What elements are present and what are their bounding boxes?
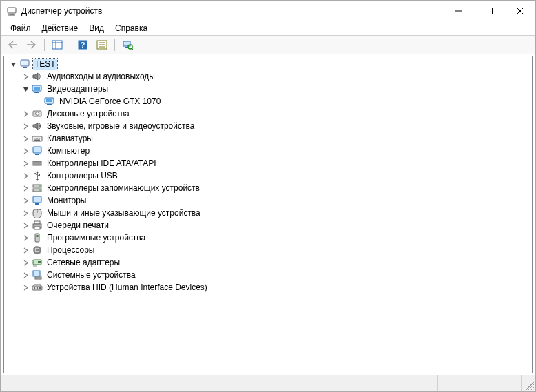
svg-text:?: ? xyxy=(81,41,85,49)
svg-rect-77 xyxy=(38,261,41,263)
tree-item-label: Контроллеры USB xyxy=(45,170,119,181)
tree-item-label: Мыши и иные указывающие устройства xyxy=(45,207,202,218)
tree-root-computer[interactable]: TEST xyxy=(4,58,532,70)
toolbar: ? xyxy=(1,35,535,54)
svg-rect-63 xyxy=(36,249,39,251)
resize-grip[interactable] xyxy=(522,375,535,391)
tree-item-label: TEST xyxy=(33,59,57,70)
tree-item-gpu[interactable]: NVIDIA GeForce GTX 1070 xyxy=(4,95,532,107)
network-adapter-icon xyxy=(32,257,43,268)
menu-action[interactable]: Действие xyxy=(37,22,84,34)
tree-item-storage-controllers[interactable]: Контроллеры запоминающих устройств xyxy=(4,182,532,194)
scan-hardware-button[interactable] xyxy=(118,37,136,53)
tree-item-computer[interactable]: Компьютер xyxy=(4,145,532,157)
tree-item-label: NVIDIA GeForce GTX 1070 xyxy=(58,96,162,107)
tree-item-label: Компьютер xyxy=(45,145,91,156)
tree-item-sound-video-game[interactable]: Звуковые, игровые и видеоустройства xyxy=(4,120,532,132)
minimize-button[interactable] xyxy=(442,1,473,21)
software-device-icon xyxy=(32,232,43,243)
tree-item-audio-inputs-outputs[interactable]: Аудиовходы и аудиовыходы xyxy=(4,70,532,83)
tree-item-disk-drives[interactable]: Дисковые устройства xyxy=(4,107,532,120)
computer-icon xyxy=(19,59,30,70)
nav-back-button[interactable] xyxy=(3,37,21,53)
svg-rect-9 xyxy=(52,41,62,49)
chevron-right-icon[interactable] xyxy=(21,282,30,292)
close-button[interactable] xyxy=(504,1,535,21)
svg-rect-59 xyxy=(34,227,40,229)
tree-item-ide-controllers[interactable]: Контроллеры IDE ATA/ATAPI xyxy=(4,157,532,169)
tree-item-label: Устройства HID (Human Interface Devices) xyxy=(45,282,209,293)
svg-rect-1 xyxy=(10,14,14,15)
chevron-right-icon[interactable] xyxy=(21,208,30,218)
chevron-right-icon[interactable] xyxy=(21,245,30,255)
help-button[interactable]: ? xyxy=(74,37,92,53)
chevron-right-icon[interactable] xyxy=(21,270,30,280)
device-tree[interactable]: TEST Аудиовходы и аудиовыходы Видеоадапт… xyxy=(3,56,533,373)
menu-help[interactable]: Справка xyxy=(110,22,153,34)
chevron-right-icon[interactable] xyxy=(21,258,30,267)
show-hide-console-tree-button[interactable] xyxy=(48,37,66,53)
svg-rect-84 xyxy=(34,287,35,289)
ide-controller-icon xyxy=(32,158,43,169)
printer-icon xyxy=(32,220,43,231)
svg-rect-34 xyxy=(36,138,37,139)
tree-item-system-devices[interactable]: Системные устройства xyxy=(4,269,532,281)
tree-item-monitors[interactable]: Мониторы xyxy=(4,194,532,207)
chevron-right-icon[interactable] xyxy=(21,72,30,81)
svg-rect-22 xyxy=(21,60,29,66)
tree-item-label: Дисковые устройства xyxy=(45,108,131,119)
tree-item-print-queues[interactable]: Очереди печати xyxy=(4,219,532,231)
tree-item-hid-devices[interactable]: Устройства HID (Human Interface Devices) xyxy=(4,281,532,293)
expander-none xyxy=(33,96,43,106)
svg-rect-25 xyxy=(34,87,40,90)
tree-item-processors[interactable]: Процессоры xyxy=(4,244,532,256)
device-manager-icon xyxy=(6,6,17,17)
svg-rect-37 xyxy=(34,140,40,141)
processor-icon xyxy=(32,245,43,256)
properties-button[interactable] xyxy=(93,37,111,53)
tree-item-label: Контроллеры запоминающих устройств xyxy=(45,183,201,194)
chevron-right-icon[interactable] xyxy=(21,196,30,205)
tree-item-label: Процессоры xyxy=(45,245,96,256)
svg-rect-57 xyxy=(34,221,40,224)
chevron-right-icon[interactable] xyxy=(21,233,30,243)
svg-rect-2 xyxy=(8,15,15,16)
svg-rect-29 xyxy=(47,104,52,105)
maximize-button[interactable] xyxy=(473,1,504,21)
device-manager-window: Диспетчер устройств Файл Действие Вид Сп… xyxy=(0,0,536,392)
chevron-down-icon[interactable] xyxy=(8,59,18,69)
keyboard-icon xyxy=(32,133,43,144)
chevron-right-icon[interactable] xyxy=(21,171,30,180)
tree-item-label: Мониторы xyxy=(45,195,87,206)
menu-view[interactable]: Вид xyxy=(83,22,110,34)
chevron-right-icon[interactable] xyxy=(21,158,30,168)
tree-item-mice[interactable]: Мыши и иные указывающие устройства xyxy=(4,207,532,219)
svg-rect-0 xyxy=(8,8,16,13)
display-adapter-icon xyxy=(32,83,43,94)
tree-item-label: Аудиовходы и аудиовыходы xyxy=(45,71,156,82)
menu-file[interactable]: Файл xyxy=(5,22,37,34)
tree-item-label: Звуковые, игровые и видеоустройства xyxy=(45,121,196,132)
nav-forward-button[interactable] xyxy=(23,37,41,53)
chevron-right-icon[interactable] xyxy=(21,220,30,230)
chevron-down-icon[interactable] xyxy=(21,84,30,94)
chevron-right-icon[interactable] xyxy=(21,134,30,143)
storage-controller-icon xyxy=(32,183,43,194)
tree-item-usb-controllers[interactable]: Контроллеры USB xyxy=(4,169,532,182)
chevron-right-icon[interactable] xyxy=(21,109,30,118)
titlebar: Диспетчер устройств xyxy=(1,1,535,21)
tree-item-display-adapters[interactable]: Видеоадаптеры xyxy=(4,83,532,95)
tree-item-keyboards[interactable]: Клавиатуры xyxy=(4,132,532,145)
chevron-right-icon[interactable] xyxy=(21,183,30,193)
mouse-icon xyxy=(32,207,43,218)
statusbar xyxy=(1,375,535,391)
svg-rect-38 xyxy=(33,147,41,153)
tree-item-network-adapters[interactable]: Сетевые адаптеры xyxy=(4,256,532,269)
svg-rect-61 xyxy=(37,235,39,237)
svg-rect-4 xyxy=(486,8,492,14)
chevron-right-icon[interactable] xyxy=(21,146,30,156)
tree-item-label: Системные устройства xyxy=(45,269,137,280)
tree-item-software-devices[interactable]: Программные устройства xyxy=(4,231,532,244)
chevron-right-icon[interactable] xyxy=(21,121,30,131)
status-panel-secondary xyxy=(438,375,522,391)
